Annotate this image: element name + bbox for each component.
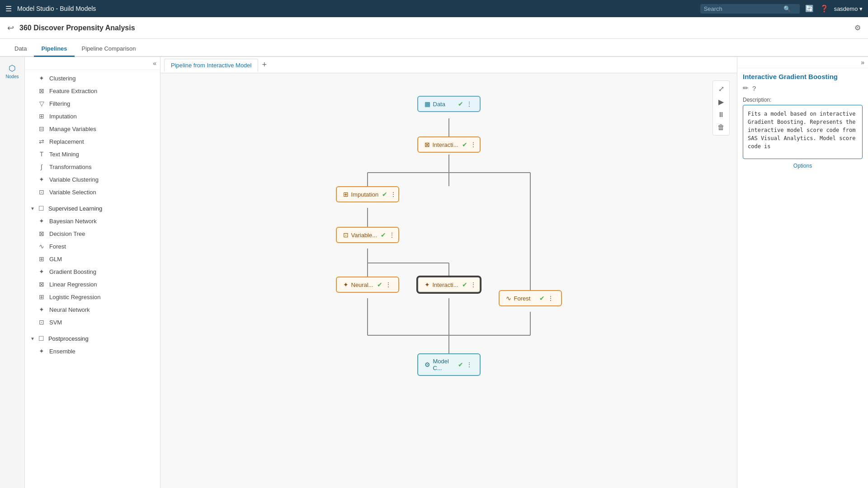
interactive-menu-button[interactable]: ⋮ xyxy=(469,141,477,148)
settings-button[interactable]: ⚙ xyxy=(854,23,861,32)
right-panel-action-icons: ✏ ? xyxy=(737,82,868,94)
neural-menu-button[interactable]: ⋮ xyxy=(384,281,392,288)
sidebar-item-variable-selection[interactable]: ⊡ Variable Selection xyxy=(25,186,160,198)
postprocessing-icon: ☐ xyxy=(38,335,46,342)
sidebar-item-neural-network[interactable]: ✦ Neural Network xyxy=(25,303,160,316)
data-menu-button[interactable]: ⋮ xyxy=(465,100,473,108)
linear-regression-icon: ⊠ xyxy=(38,281,46,288)
node-interactive2[interactable]: ✦ Interacti... ✔ ⋮ xyxy=(417,277,481,293)
postprocessing-label: Postprocessing xyxy=(48,335,89,342)
feature-extraction-icon: ⊠ xyxy=(38,87,46,94)
sidebar-item-manage-variables[interactable]: ⊟ Manage Variables xyxy=(25,122,160,135)
options-label[interactable]: Options xyxy=(737,159,868,173)
secondbar: ↩ 360 Discover Propensity Analysis ⚙ xyxy=(0,17,868,39)
sidebar-item-decision-tree[interactable]: ⊠ Decision Tree xyxy=(25,227,160,240)
sidebar-item-replacement[interactable]: ⇄ Replacement xyxy=(25,135,160,148)
interactive-check-icon: ✔ xyxy=(462,141,467,148)
pipeline-tab-interactive[interactable]: Pipeline from Interactive Model xyxy=(164,59,258,71)
sidebar-label-imputation: Imputation xyxy=(49,113,77,120)
model-comparison-node-label: Model C... xyxy=(433,358,454,371)
node-forest[interactable]: ∿ Forest ✔ ⋮ xyxy=(499,290,562,306)
sidebar-item-glm[interactable]: ⊞ GLM xyxy=(25,253,160,265)
sidebar-item-svm[interactable]: ⊡ SVM xyxy=(25,316,160,328)
sidebar-item-variable-clustering[interactable]: ✦ Variable Clustering xyxy=(25,173,160,186)
sidebar-item-ensemble[interactable]: ✦ Ensemble xyxy=(25,345,160,357)
model-comparison-menu-button[interactable]: ⋮ xyxy=(465,361,473,368)
imputation-menu-button[interactable]: ⋮ xyxy=(389,191,397,198)
collapse-sidebar-button[interactable]: « xyxy=(153,60,156,67)
stop-button[interactable]: ⏸ xyxy=(715,109,727,121)
sidebar-item-imputation[interactable]: ⊞ Imputation xyxy=(25,110,160,122)
search-input[interactable] xyxy=(704,5,781,12)
replacement-icon: ⇄ xyxy=(38,138,46,145)
supervised-learning-icon: ☐ xyxy=(38,205,46,212)
right-panel-title: Interactive Gradient Boosting xyxy=(737,68,868,82)
gradient-boosting-icon: ✦ xyxy=(38,268,46,275)
edit-node-button[interactable]: ✏ xyxy=(743,84,749,92)
back-button[interactable]: ↩ xyxy=(7,23,14,33)
forest-menu-button[interactable]: ⋮ xyxy=(547,295,555,302)
text-mining-icon: T xyxy=(38,150,46,158)
user-menu[interactable]: sasdemo ▾ xyxy=(834,5,863,12)
interactive2-menu-button[interactable]: ⋮ xyxy=(469,281,477,288)
description-text[interactable]: Fits a model based on interactive Gradie… xyxy=(743,105,863,159)
sidebar-item-transformations[interactable]: ∫ Transformations xyxy=(25,160,160,173)
tab-pipeline-comparison[interactable]: Pipeline Comparison xyxy=(75,42,143,57)
svm-icon: ⊡ xyxy=(38,319,46,326)
node-help-button[interactable]: ? xyxy=(752,84,756,92)
node-model-comparison[interactable]: ⚙ Model C... ✔ ⋮ xyxy=(417,353,481,376)
forest-icon: ∿ xyxy=(38,243,46,250)
delete-button[interactable]: 🗑 xyxy=(715,122,727,133)
canvas-area: Pipeline from Interactive Model + ⤢ ▶ ⏸ … xyxy=(160,57,737,488)
clustering-icon: ✦ xyxy=(38,75,46,82)
glm-icon: ⊞ xyxy=(38,255,46,263)
search-icon[interactable]: 🔍 xyxy=(783,5,791,12)
supervised-learning-header[interactable]: ▼ ☐ Supervised Learning xyxy=(25,202,160,215)
node-variable-selection[interactable]: ⊡ Variable... ✔ ⋮ xyxy=(336,227,399,243)
sidebar: « ✦ Clustering ⊠ Feature Extraction ▽ Fi… xyxy=(25,57,160,488)
sidebar-label-ensemble: Ensemble xyxy=(49,348,75,355)
menu-icon[interactable]: ☰ xyxy=(5,5,12,13)
nodes-button[interactable]: ⬡ Nodes xyxy=(4,61,21,82)
forest-check-icon: ✔ xyxy=(539,295,545,302)
refresh-icon[interactable]: 🔄 xyxy=(805,5,814,13)
sidebar-item-forest[interactable]: ∿ Forest xyxy=(25,240,160,253)
sidebar-item-bayesian-network[interactable]: ✦ Bayesian Network xyxy=(25,215,160,227)
sidebar-label-linear-regression: Linear Regression xyxy=(49,281,97,288)
postprocessing-header[interactable]: ▼ ☐ Postprocessing xyxy=(25,332,160,345)
node-neural-network[interactable]: ✦ Neural... ✔ ⋮ xyxy=(336,277,399,293)
node-interactive[interactable]: ⊠ Interacti... ✔ ⋮ xyxy=(417,136,481,153)
tab-pipelines[interactable]: Pipelines xyxy=(34,42,74,57)
help-icon[interactable]: ❓ xyxy=(820,5,829,13)
node-imputation[interactable]: ⊞ Imputation ✔ ⋮ xyxy=(336,186,399,202)
sidebar-label-feature-extraction: Feature Extraction xyxy=(49,88,97,94)
forest-node-label: Forest xyxy=(514,295,531,302)
data-node-label: Data xyxy=(433,101,445,108)
sidebar-item-text-mining[interactable]: T Text Mining xyxy=(25,148,160,160)
main-layout: ⬡ Nodes « ✦ Clustering ⊠ Feature Extract… xyxy=(0,57,868,488)
sidebar-label-neural-network: Neural Network xyxy=(49,306,90,313)
sidebar-item-feature-extraction[interactable]: ⊠ Feature Extraction xyxy=(25,84,160,97)
sidebar-label-clustering: Clustering xyxy=(49,75,76,82)
sidebar-label-transformations: Transformations xyxy=(49,164,91,170)
right-panel: » Interactive Gradient Boosting ✏ ? Desc… xyxy=(737,57,868,488)
pipeline-toolbar: ⤢ ▶ ⏸ 🗑 xyxy=(712,80,730,136)
sidebar-label-manage-variables: Manage Variables xyxy=(49,126,96,132)
sidebar-item-logistic-regression[interactable]: ⊞ Logistic Regression xyxy=(25,291,160,303)
add-pipeline-button[interactable]: + xyxy=(260,58,269,71)
sidebar-label-variable-selection: Variable Selection xyxy=(49,189,96,196)
tab-data[interactable]: Data xyxy=(7,42,34,57)
sidebar-item-gradient-boosting[interactable]: ✦ Gradient Boosting xyxy=(25,265,160,278)
sidebar-item-linear-regression[interactable]: ⊠ Linear Regression xyxy=(25,278,160,291)
sidebar-item-filtering[interactable]: ▽ Filtering xyxy=(25,97,160,110)
data-check-icon: ✔ xyxy=(458,100,463,108)
sidebar-item-clustering[interactable]: ✦ Clustering xyxy=(25,72,160,84)
collapse-right-panel-button[interactable]: » xyxy=(861,59,864,66)
fit-view-button[interactable]: ⤢ xyxy=(715,83,727,95)
node-data[interactable]: ▦ Data ✔ ⋮ xyxy=(417,96,481,112)
imputation-node-label: Imputation xyxy=(351,191,379,198)
interactive2-node-icon: ✦ xyxy=(425,281,430,288)
nodes-label: Nodes xyxy=(6,74,19,79)
variable-menu-button[interactable]: ⋮ xyxy=(388,231,396,239)
run-button[interactable]: ▶ xyxy=(715,96,727,108)
